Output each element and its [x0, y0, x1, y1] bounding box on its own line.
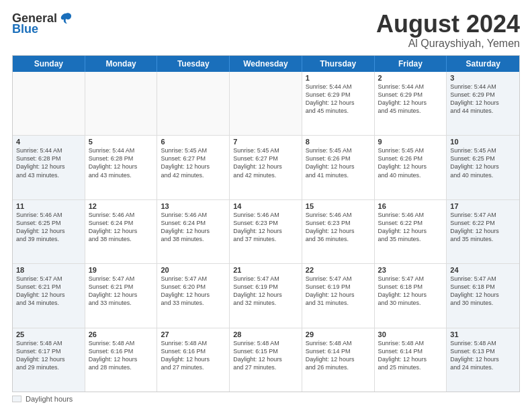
day-info: Sunrise: 5:47 AM Sunset: 6:18 PM Dayligh…: [378, 275, 443, 308]
title-section: August 2024 Al Qurayshiyah, Yemen: [376, 11, 520, 50]
calendar-header: SundayMondayTuesdayWednesdayThursdayFrid…: [13, 56, 519, 72]
day-cell-16: 16Sunrise: 5:46 AM Sunset: 6:22 PM Dayli…: [375, 200, 447, 263]
empty-cell: [230, 72, 302, 135]
day-number: 10: [450, 138, 516, 146]
day-cell-10: 10Sunrise: 5:45 AM Sunset: 6:25 PM Dayli…: [447, 136, 519, 199]
day-cell-26: 26Sunrise: 5:48 AM Sunset: 6:16 PM Dayli…: [85, 328, 158, 392]
day-info: Sunrise: 5:47 AM Sunset: 6:20 PM Dayligh…: [161, 275, 226, 308]
logo-bird-icon: [58, 11, 73, 26]
day-cell-2: 2Sunrise: 5:44 AM Sunset: 6:29 PM Daylig…: [375, 72, 447, 135]
day-cell-22: 22Sunrise: 5:47 AM Sunset: 6:19 PM Dayli…: [302, 264, 375, 327]
header-day-thursday: Thursday: [302, 56, 375, 72]
day-cell-28: 28Sunrise: 5:48 AM Sunset: 6:15 PM Dayli…: [230, 328, 302, 392]
day-number: 17: [450, 202, 516, 210]
day-number: 28: [233, 330, 298, 338]
day-info: Sunrise: 5:47 AM Sunset: 6:21 PM Dayligh…: [89, 275, 154, 308]
day-cell-14: 14Sunrise: 5:46 AM Sunset: 6:23 PM Dayli…: [230, 200, 302, 263]
day-number: 14: [233, 202, 298, 210]
day-number: 27: [161, 330, 226, 338]
day-number: 23: [378, 266, 443, 274]
day-cell-6: 6Sunrise: 5:45 AM Sunset: 6:27 PM Daylig…: [157, 136, 230, 199]
day-cell-5: 5Sunrise: 5:44 AM Sunset: 6:28 PM Daylig…: [85, 136, 158, 199]
day-number: 24: [450, 266, 516, 274]
day-cell-18: 18Sunrise: 5:47 AM Sunset: 6:21 PM Dayli…: [13, 264, 85, 327]
day-cell-8: 8Sunrise: 5:45 AM Sunset: 6:26 PM Daylig…: [302, 136, 375, 199]
calendar-row-3: 18Sunrise: 5:47 AM Sunset: 6:21 PM Dayli…: [13, 264, 519, 328]
day-info: Sunrise: 5:46 AM Sunset: 6:23 PM Dayligh…: [306, 211, 371, 244]
day-number: 11: [16, 202, 81, 210]
day-info: Sunrise: 5:44 AM Sunset: 6:28 PM Dayligh…: [16, 146, 81, 179]
day-cell-13: 13Sunrise: 5:46 AM Sunset: 6:24 PM Dayli…: [157, 200, 230, 263]
day-info: Sunrise: 5:47 AM Sunset: 6:19 PM Dayligh…: [306, 275, 371, 308]
header-day-monday: Monday: [85, 56, 158, 72]
calendar-row-2: 11Sunrise: 5:46 AM Sunset: 6:25 PM Dayli…: [13, 200, 519, 264]
day-number: 21: [233, 266, 298, 274]
day-number: 30: [378, 330, 443, 338]
daylight-label: Daylight hours: [26, 395, 73, 403]
empty-cell: [85, 72, 158, 135]
day-number: 2: [378, 74, 443, 82]
day-number: 22: [306, 266, 371, 274]
day-info: Sunrise: 5:47 AM Sunset: 6:21 PM Dayligh…: [16, 275, 81, 308]
day-number: 26: [89, 330, 154, 338]
day-number: 16: [378, 202, 443, 210]
header-day-saturday: Saturday: [447, 56, 519, 72]
calendar-row-1: 4Sunrise: 5:44 AM Sunset: 6:28 PM Daylig…: [13, 136, 519, 199]
day-info: Sunrise: 5:48 AM Sunset: 6:15 PM Dayligh…: [233, 339, 298, 372]
day-number: 3: [450, 74, 516, 82]
day-cell-25: 25Sunrise: 5:48 AM Sunset: 6:17 PM Dayli…: [13, 328, 85, 392]
calendar-row-0: 1Sunrise: 5:44 AM Sunset: 6:29 PM Daylig…: [13, 72, 519, 136]
day-cell-15: 15Sunrise: 5:46 AM Sunset: 6:23 PM Dayli…: [302, 200, 375, 263]
daylight-swatch: [12, 396, 21, 402]
day-cell-1: 1Sunrise: 5:44 AM Sunset: 6:29 PM Daylig…: [302, 72, 375, 135]
day-info: Sunrise: 5:44 AM Sunset: 6:28 PM Dayligh…: [89, 146, 154, 179]
day-cell-20: 20Sunrise: 5:47 AM Sunset: 6:20 PM Dayli…: [157, 264, 230, 327]
day-cell-3: 3Sunrise: 5:44 AM Sunset: 6:29 PM Daylig…: [447, 72, 519, 135]
logo: General Blue: [12, 11, 73, 35]
day-number: 31: [450, 330, 516, 338]
day-info: Sunrise: 5:47 AM Sunset: 6:18 PM Dayligh…: [450, 275, 516, 308]
day-number: 9: [378, 138, 443, 146]
logo-blue: Blue: [12, 23, 38, 35]
day-info: Sunrise: 5:48 AM Sunset: 6:14 PM Dayligh…: [306, 339, 371, 372]
day-cell-19: 19Sunrise: 5:47 AM Sunset: 6:21 PM Dayli…: [85, 264, 158, 327]
header-day-tuesday: Tuesday: [157, 56, 230, 72]
day-info: Sunrise: 5:44 AM Sunset: 6:29 PM Dayligh…: [306, 83, 371, 116]
calendar-body: 1Sunrise: 5:44 AM Sunset: 6:29 PM Daylig…: [13, 72, 519, 392]
day-cell-11: 11Sunrise: 5:46 AM Sunset: 6:25 PM Dayli…: [13, 200, 85, 263]
day-number: 12: [89, 202, 154, 210]
day-info: Sunrise: 5:46 AM Sunset: 6:25 PM Dayligh…: [16, 211, 81, 244]
day-number: 20: [161, 266, 226, 274]
day-number: 5: [89, 138, 154, 146]
header-day-sunday: Sunday: [13, 56, 85, 72]
day-info: Sunrise: 5:47 AM Sunset: 6:19 PM Dayligh…: [233, 275, 298, 308]
day-info: Sunrise: 5:45 AM Sunset: 6:26 PM Dayligh…: [306, 146, 371, 179]
day-number: 13: [161, 202, 226, 210]
day-number: 19: [89, 266, 154, 274]
day-info: Sunrise: 5:44 AM Sunset: 6:29 PM Dayligh…: [450, 83, 516, 116]
day-number: 4: [16, 138, 81, 146]
day-info: Sunrise: 5:45 AM Sunset: 6:27 PM Dayligh…: [161, 146, 226, 179]
day-cell-29: 29Sunrise: 5:48 AM Sunset: 6:14 PM Dayli…: [302, 328, 375, 392]
day-cell-17: 17Sunrise: 5:47 AM Sunset: 6:22 PM Dayli…: [447, 200, 519, 263]
day-info: Sunrise: 5:46 AM Sunset: 6:24 PM Dayligh…: [161, 211, 226, 244]
day-info: Sunrise: 5:48 AM Sunset: 6:16 PM Dayligh…: [161, 339, 226, 372]
day-cell-21: 21Sunrise: 5:47 AM Sunset: 6:19 PM Dayli…: [230, 264, 302, 327]
day-number: 15: [306, 202, 371, 210]
day-cell-31: 31Sunrise: 5:48 AM Sunset: 6:13 PM Dayli…: [447, 328, 519, 392]
day-number: 8: [306, 138, 371, 146]
footer: Daylight hours: [12, 395, 520, 403]
day-info: Sunrise: 5:45 AM Sunset: 6:26 PM Dayligh…: [378, 146, 443, 179]
day-info: Sunrise: 5:48 AM Sunset: 6:17 PM Dayligh…: [16, 339, 81, 372]
day-info: Sunrise: 5:46 AM Sunset: 6:22 PM Dayligh…: [378, 211, 443, 244]
day-cell-30: 30Sunrise: 5:48 AM Sunset: 6:14 PM Dayli…: [375, 328, 447, 392]
day-info: Sunrise: 5:47 AM Sunset: 6:22 PM Dayligh…: [450, 211, 516, 244]
day-info: Sunrise: 5:48 AM Sunset: 6:14 PM Dayligh…: [378, 339, 443, 372]
header-day-friday: Friday: [375, 56, 447, 72]
main-title: August 2024: [376, 11, 520, 38]
day-number: 25: [16, 330, 81, 338]
day-info: Sunrise: 5:45 AM Sunset: 6:27 PM Dayligh…: [233, 146, 298, 179]
day-number: 1: [306, 74, 371, 82]
day-info: Sunrise: 5:45 AM Sunset: 6:25 PM Dayligh…: [450, 146, 516, 179]
day-number: 7: [233, 138, 298, 146]
